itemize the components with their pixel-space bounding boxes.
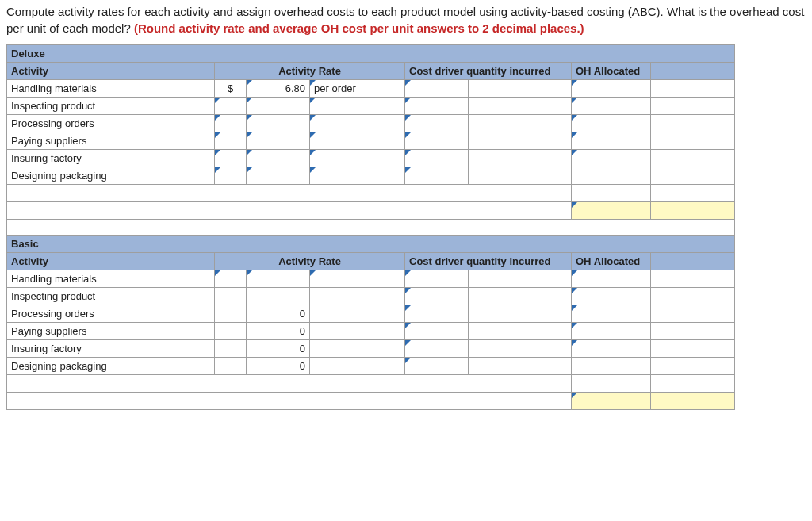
activity-name: Insuring factory [7, 340, 215, 358]
oh-allocated-input[interactable] [572, 80, 651, 98]
oh-allocated-input[interactable] [572, 358, 651, 375]
col-cost-driver: Cost driver quantity incurred [405, 253, 572, 270]
oh-allocated-input[interactable] [572, 115, 651, 132]
row-spacer [651, 98, 735, 115]
rate-symbol-input[interactable] [215, 305, 247, 323]
oh-allocated-input[interactable] [572, 340, 651, 358]
rate-symbol-input[interactable]: $ [215, 80, 247, 98]
cost-driver-qty-input[interactable] [405, 167, 469, 185]
cost-driver-qty-input[interactable] [405, 150, 469, 167]
cost-driver-qty-input[interactable] [405, 132, 469, 150]
row-spacer [651, 80, 735, 98]
cost-driver-qty-input[interactable] [405, 288, 469, 305]
oh-total-result[interactable] [572, 202, 651, 220]
rate-unit-input[interactable] [310, 288, 405, 305]
rate-value-input[interactable]: 0 [247, 305, 310, 323]
rate-unit-input[interactable] [310, 132, 405, 150]
activity-name: Designing packaging [7, 167, 215, 185]
rate-unit-input[interactable] [310, 305, 405, 323]
rate-value-input[interactable] [247, 150, 310, 167]
cost-driver-qty-input[interactable] [405, 270, 469, 288]
rate-unit-input[interactable] [310, 167, 405, 185]
activity-name: Handling materials [7, 80, 215, 98]
rate-unit-input[interactable] [310, 150, 405, 167]
activity-name: Designing packaging [7, 358, 215, 375]
cost-driver-qty-input[interactable] [405, 340, 469, 358]
activity-name: Handling materials [7, 270, 215, 288]
rate-value-input[interactable]: 0 [247, 340, 310, 358]
cost-driver-qty-blank [469, 358, 572, 375]
section-title: Basic [7, 236, 735, 253]
rate-symbol-input[interactable] [215, 270, 247, 288]
activity-name: Inspecting product [7, 288, 215, 305]
cost-driver-qty-input[interactable] [405, 323, 469, 340]
oh-allocated-input[interactable] [572, 98, 651, 115]
row-spacer [651, 358, 735, 375]
rate-value-input[interactable] [247, 270, 310, 288]
rate-unit-input[interactable] [310, 323, 405, 340]
section-title: Deluxe [7, 45, 735, 63]
row-spacer [651, 167, 735, 185]
oh-allocated-input[interactable] [572, 132, 651, 150]
row-spacer [651, 323, 735, 340]
row-spacer [651, 288, 735, 305]
rate-value-input[interactable] [247, 98, 310, 115]
rate-symbol-input[interactable] [215, 358, 247, 375]
rate-unit-input[interactable] [310, 98, 405, 115]
rate-unit-input[interactable] [310, 270, 405, 288]
cost-driver-qty-input[interactable] [405, 305, 469, 323]
rate-value-input[interactable]: 0 [247, 358, 310, 375]
oh-subtotal-input[interactable] [572, 375, 651, 393]
row-spacer [651, 375, 735, 393]
rate-symbol-input[interactable] [215, 340, 247, 358]
row-spacer [651, 150, 735, 167]
activity-name: Paying suppliers [7, 323, 215, 340]
rate-symbol-input[interactable] [215, 98, 247, 115]
oh-allocated-input[interactable] [572, 167, 651, 185]
col-activity: Activity [7, 63, 215, 80]
rate-value-input[interactable] [247, 288, 310, 305]
cost-driver-qty-blank [469, 288, 572, 305]
rate-value-input[interactable]: 6.80 [247, 80, 310, 98]
col-activity-rate: Activity Rate [215, 63, 405, 80]
question-text: Compute activity rates for each activity… [6, 3, 806, 36]
activity-name: Processing orders [7, 115, 215, 132]
cost-driver-qty-input[interactable] [405, 358, 469, 375]
cost-driver-qty-input[interactable] [405, 98, 469, 115]
rate-symbol-input[interactable] [215, 288, 247, 305]
cost-driver-qty-input[interactable] [405, 115, 469, 132]
rate-unit-input[interactable] [310, 340, 405, 358]
oh-allocated-input[interactable] [572, 150, 651, 167]
rate-symbol-input[interactable] [215, 167, 247, 185]
oh-allocated-input[interactable] [572, 305, 651, 323]
rate-symbol-input[interactable] [215, 115, 247, 132]
rate-value-input[interactable]: 0 [247, 323, 310, 340]
rate-unit-input[interactable] [310, 358, 405, 375]
abc-tables: DeluxeActivityActivity RateCost driver q… [6, 44, 735, 410]
rate-unit-input[interactable] [310, 115, 405, 132]
rate-value-input[interactable] [247, 115, 310, 132]
activity-name: Insuring factory [7, 150, 215, 167]
oh-allocated-input[interactable] [572, 270, 651, 288]
activity-name: Processing orders [7, 305, 215, 323]
rate-symbol-input[interactable] [215, 132, 247, 150]
activity-name: Paying suppliers [7, 132, 215, 150]
rate-unit-input[interactable]: per order [310, 80, 405, 98]
oh-total-spacer [651, 393, 735, 410]
row-spacer [651, 305, 735, 323]
oh-allocated-input[interactable] [572, 323, 651, 340]
oh-subtotal-input[interactable] [572, 185, 651, 202]
cost-driver-qty-blank [469, 305, 572, 323]
cost-driver-qty-blank [469, 150, 572, 167]
rate-symbol-input[interactable] [215, 323, 247, 340]
oh-total-result[interactable] [572, 393, 651, 410]
cost-driver-qty-input[interactable] [405, 80, 469, 98]
rate-symbol-input[interactable] [215, 150, 247, 167]
rate-value-input[interactable] [247, 167, 310, 185]
oh-allocated-input[interactable] [572, 288, 651, 305]
col-activity-rate: Activity Rate [215, 253, 405, 270]
activity-name: Inspecting product [7, 98, 215, 115]
cost-driver-qty-blank [469, 80, 572, 98]
row-spacer [651, 270, 735, 288]
rate-value-input[interactable] [247, 132, 310, 150]
